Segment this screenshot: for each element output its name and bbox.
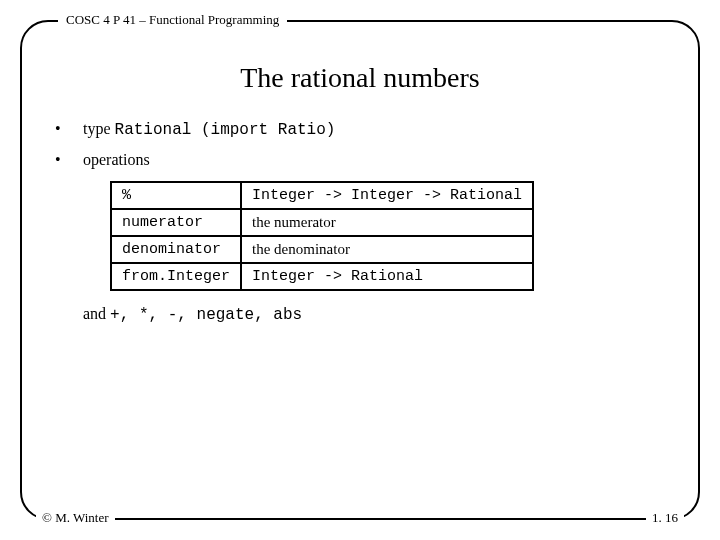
table-row: from.Integer Integer -> Rational	[111, 263, 533, 290]
op-cell: denominator	[111, 236, 241, 263]
and-lead: and	[83, 305, 110, 322]
desc-cell: Integer -> Integer -> Rational	[241, 182, 533, 209]
table-row: numerator the numerator	[111, 209, 533, 236]
course-header: COSC 4 P 41 – Functional Programming	[58, 12, 287, 28]
bullet-operations: • operations	[55, 151, 665, 169]
slide: COSC 4 P 41 – Functional Programming The…	[0, 0, 720, 540]
op-cell: numerator	[111, 209, 241, 236]
bullet-dot: •	[55, 120, 83, 138]
table-row: % Integer -> Integer -> Rational	[111, 182, 533, 209]
footer-author: © M. Winter	[36, 510, 115, 526]
bullet-text: type Rational (import Ratio)	[83, 120, 335, 139]
bullet-text: operations	[83, 151, 150, 169]
bullet-dot: •	[55, 151, 83, 169]
operations-table-wrap: % Integer -> Integer -> Rational numerat…	[110, 181, 665, 291]
desc-cell: the denominator	[241, 236, 533, 263]
footer-page: 1. 16	[646, 510, 684, 526]
op-cell: %	[111, 182, 241, 209]
and-line: and +, *, -, negate, abs	[83, 305, 665, 324]
bullet-type: • type Rational (import Ratio)	[55, 120, 665, 139]
bullet-code: Rational (import Ratio)	[115, 121, 336, 139]
table-row: denominator the denominator	[111, 236, 533, 263]
desc-cell: Integer -> Rational	[241, 263, 533, 290]
op-cell: from.Integer	[111, 263, 241, 290]
content-area: • type Rational (import Ratio) • operati…	[55, 120, 665, 324]
operations-table: % Integer -> Integer -> Rational numerat…	[110, 181, 534, 291]
slide-title: The rational numbers	[0, 62, 720, 94]
and-ops: +, *, -, negate, abs	[110, 306, 302, 324]
bullet-prefix: type	[83, 120, 115, 137]
desc-cell: the numerator	[241, 209, 533, 236]
